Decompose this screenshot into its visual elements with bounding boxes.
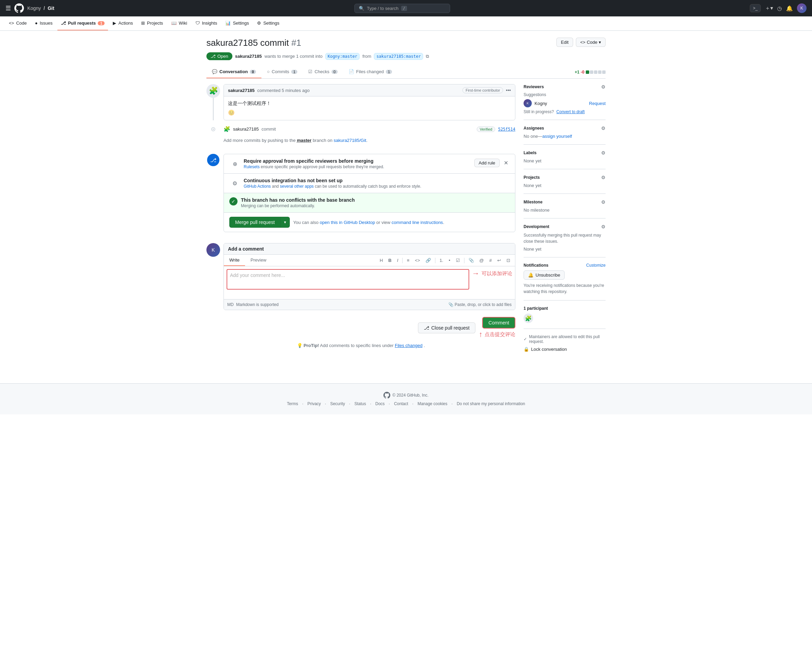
toolbar-code[interactable]: <>: [413, 256, 422, 264]
diff-bar-green: [586, 71, 589, 74]
merge-dropdown-button[interactable]: ▾: [280, 217, 290, 228]
plus-icon[interactable]: ＋▾: [765, 5, 773, 12]
toolbar-unordered-list[interactable]: •: [447, 256, 452, 264]
ci-icon: ⚙: [229, 178, 240, 189]
milestone-title: Milestone: [524, 199, 542, 204]
edit-button[interactable]: Edit: [556, 38, 573, 47]
toolbar-ordered-list[interactable]: 1.: [437, 256, 445, 264]
toolbar-task-list[interactable]: ☑: [454, 256, 462, 264]
write-tab[interactable]: Write: [224, 255, 245, 266]
diff-bar-gray4: [602, 71, 606, 74]
convert-to-draft-link[interactable]: Convert to draft: [556, 109, 585, 114]
footer-docs[interactable]: Docs: [375, 401, 385, 406]
emoji-button[interactable]: 😊: [228, 110, 235, 115]
toolbar-undo[interactable]: ↩: [495, 256, 503, 264]
target-branch[interactable]: Kogny:master: [325, 53, 360, 60]
projects-title: Projects: [524, 175, 540, 180]
comment-menu-icon[interactable]: •••: [506, 87, 511, 93]
request-review-button[interactable]: Request: [589, 101, 606, 106]
comment-submit-button[interactable]: Comment: [482, 317, 515, 328]
merge-pull-request-button[interactable]: Merge pull request: [229, 217, 280, 228]
toolbar-link[interactable]: 🔗: [423, 256, 433, 264]
nav-actions[interactable]: ▶ Actions: [109, 16, 136, 30]
footer-do-not-share[interactable]: Do not share my personal information: [457, 401, 525, 406]
diff-bar-gray3: [598, 71, 602, 74]
nav-security[interactable]: 🛡 Insights: [192, 16, 221, 30]
conversation-icon: 💬: [212, 69, 217, 74]
files-changed-link[interactable]: Files changed: [395, 343, 422, 348]
tab-checks[interactable]: ☑ Checks 0: [303, 66, 343, 78]
toolbar-attach[interactable]: 📎: [467, 256, 476, 264]
reviewers-gear[interactable]: ⚙: [601, 84, 606, 89]
tab-conversation[interactable]: 💬 Conversation 0: [206, 66, 261, 78]
nav-insights[interactable]: 📊 Settings: [222, 16, 252, 30]
annotation-text-2: 点击提交评论: [485, 331, 515, 338]
footer-manage-cookies[interactable]: Manage cookies: [418, 401, 447, 406]
close-rule-button[interactable]: ✕: [502, 158, 510, 168]
nav-pull-requests[interactable]: ⎇ Pull requests 1: [58, 16, 108, 30]
command-line-link[interactable]: command line instructions: [392, 220, 443, 225]
footer-contact[interactable]: Contact: [394, 401, 408, 406]
preview-tab[interactable]: Preview: [245, 255, 272, 266]
annotation-text-1: 可以添加评论: [482, 270, 512, 277]
lock-conversation[interactable]: 🔒 Lock conversation: [524, 347, 606, 352]
development-gear[interactable]: ⚙: [601, 224, 606, 229]
security-icon: 🛡: [196, 20, 200, 26]
hamburger-icon[interactable]: ☰: [5, 5, 11, 12]
search-bar[interactable]: 🔍 Type / to search /: [354, 4, 450, 13]
toolbar-bold[interactable]: B: [386, 256, 393, 264]
nav-wiki[interactable]: 📖 Wiki: [168, 16, 191, 30]
milestone-gear[interactable]: ⚙: [601, 199, 606, 205]
add-rule-button[interactable]: Add rule: [474, 159, 500, 167]
user-avatar[interactable]: K: [797, 3, 807, 13]
commit-author-link[interactable]: sakura27185: [233, 127, 259, 132]
customize-link[interactable]: Customize: [586, 263, 606, 268]
toolbar-mention[interactable]: @: [477, 256, 486, 264]
terminal-icon[interactable]: >_: [750, 4, 761, 12]
assignees-gear[interactable]: ⚙: [601, 125, 606, 131]
file-drop-hint[interactable]: 📎 Paste, drop, or click to add files: [449, 302, 511, 307]
assign-yourself-link[interactable]: assign yourself: [542, 134, 572, 139]
add-comment-title: Add a comment: [224, 244, 515, 255]
dropdown-arrow-icon: ▾: [599, 40, 601, 45]
unsubscribe-button[interactable]: 🔔 Unsubscribe: [524, 270, 565, 280]
rule-title-3: This branch has no conflicts with the ba…: [241, 197, 510, 203]
repo-link[interactable]: sakura27185/Git: [334, 138, 366, 143]
nav-code[interactable]: <> Code: [5, 16, 30, 30]
inbox-icon[interactable]: 🔔: [786, 5, 793, 12]
nav-projects[interactable]: ⊞ Projects: [138, 16, 166, 30]
toolbar-list[interactable]: ≡: [404, 256, 411, 264]
close-pr-button[interactable]: ⎇ Close pull request: [418, 322, 475, 333]
rule-title-1: Require approval from specific reviewers…: [244, 158, 471, 164]
master-branch-link[interactable]: master: [297, 138, 312, 143]
nav-issues[interactable]: ● Issues: [31, 16, 56, 30]
footer-privacy[interactable]: Privacy: [307, 401, 321, 406]
github-logo: [14, 3, 24, 13]
issues-icon: ●: [35, 20, 38, 26]
nav-settings[interactable]: ⚙ Settings: [253, 16, 283, 30]
footer-status[interactable]: Status: [354, 401, 366, 406]
commit-hash[interactable]: 525f514: [498, 127, 515, 132]
tab-files-changed[interactable]: 📄 Files changed 1: [343, 66, 398, 78]
open-desktop-link[interactable]: open this in GitHub Desktop: [320, 220, 375, 225]
footer-security[interactable]: Security: [330, 401, 345, 406]
reviewer-item: K Kogny Request: [524, 99, 606, 107]
toolbar-ref[interactable]: #: [487, 256, 494, 264]
toolbar-italic[interactable]: I: [395, 256, 401, 264]
projects-gear[interactable]: ⚙: [601, 175, 606, 180]
labels-gear[interactable]: ⚙: [601, 150, 606, 155]
footer-terms[interactable]: Terms: [287, 401, 298, 406]
code-button[interactable]: <> Code ▾: [576, 38, 606, 47]
footer-links: Terms · Privacy · Security · Status · Do…: [5, 401, 807, 406]
settings-icon: ⚙: [257, 20, 261, 26]
pr-tabs: 💬 Conversation 0 ○ Commits 1 ☑ Checks 0 …: [206, 66, 606, 79]
comment-input-box[interactable]: Add your comment here...: [227, 269, 469, 290]
toolbar-fullscreen[interactable]: ⊡: [505, 256, 512, 264]
rule-desc-3: Merging can be performed automatically.: [241, 203, 510, 208]
tab-commits[interactable]: ○ Commits 1: [261, 66, 303, 78]
contributor-badge: First-time contributor: [462, 87, 503, 93]
toolbar-heading[interactable]: H: [378, 256, 385, 264]
copy-icon[interactable]: ⧉: [426, 54, 429, 59]
activity-icon[interactable]: ◷: [777, 5, 782, 12]
source-branch[interactable]: sakura27185:master: [374, 53, 423, 60]
